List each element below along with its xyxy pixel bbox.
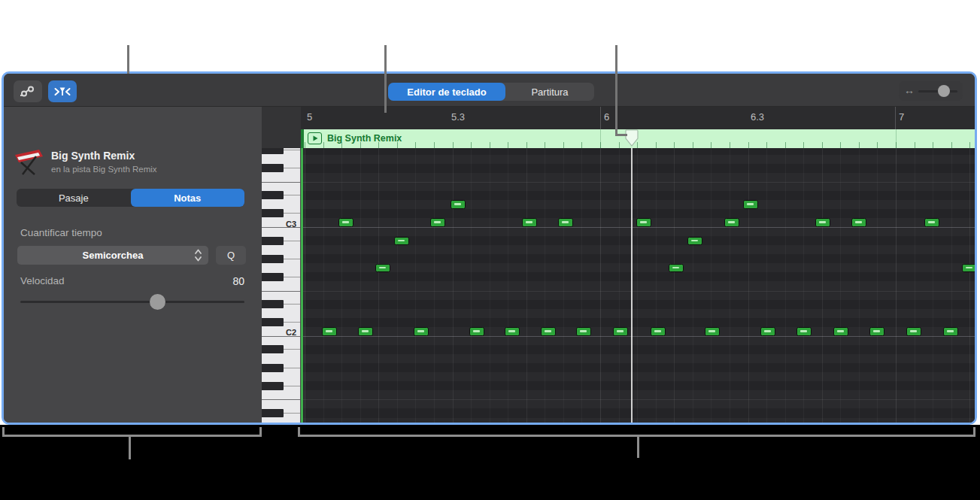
midi-note-velocity-stripe [708, 330, 715, 332]
midi-note[interactable] [430, 218, 445, 227]
midi-note[interactable] [338, 218, 353, 227]
piano-keyboard: C3C2 [262, 148, 301, 423]
callout-bracket-end [298, 427, 300, 437]
tab-partitura[interactable]: Partitura [505, 83, 594, 101]
midi-note[interactable] [375, 264, 390, 273]
ruler-label: 6.3 [751, 111, 764, 123]
midi-note-velocity-stripe [640, 221, 647, 223]
playhead-line[interactable] [631, 148, 633, 423]
midi-note[interactable] [322, 327, 337, 336]
piano-key-black[interactable] [262, 209, 284, 217]
piano-key-black[interactable] [262, 409, 284, 417]
grid-line [453, 148, 454, 423]
playhead-handle[interactable] [624, 129, 639, 148]
region-tick [581, 142, 582, 148]
ruler[interactable]: 55.366.37 [301, 107, 975, 129]
region-tick [323, 142, 324, 148]
quantize-apply-button[interactable]: Q [216, 246, 246, 265]
tab-notas[interactable]: Notas [131, 189, 245, 207]
region-play-button[interactable] [308, 132, 322, 144]
midi-note-velocity-stripe [434, 221, 441, 223]
grid-line [581, 148, 582, 423]
chevron-up-down-icon [194, 248, 202, 262]
piano-key-divider [284, 349, 301, 350]
region-tick [360, 142, 361, 148]
midi-note[interactable] [724, 218, 739, 227]
region-bar-line [600, 129, 601, 148]
midi-note[interactable] [687, 237, 702, 246]
midi-note-velocity-stripe [473, 330, 480, 332]
midi-note[interactable] [394, 237, 409, 246]
region-tick [490, 142, 490, 148]
piano-key-black[interactable] [262, 148, 284, 154]
grid-line [545, 148, 545, 423]
piano-key-divider [284, 277, 301, 277]
callout-bracket-stem [637, 437, 639, 458]
piano-key-black[interactable] [262, 318, 284, 326]
piano-key-black[interactable] [262, 164, 284, 172]
grid-line [305, 148, 305, 423]
region-tick [453, 142, 454, 148]
midi-note[interactable] [505, 327, 520, 336]
grid-line [563, 148, 564, 423]
note-grid[interactable] [301, 148, 975, 423]
midi-note[interactable] [451, 200, 466, 209]
velocity-slider-knob[interactable] [150, 294, 165, 310]
midi-note[interactable] [469, 327, 484, 336]
midi-note[interactable] [924, 218, 939, 227]
grid-line [969, 148, 970, 423]
midi-note[interactable] [815, 218, 830, 227]
midi-note[interactable] [962, 264, 975, 273]
grid-line [600, 148, 601, 423]
midi-note[interactable] [522, 218, 537, 227]
grid-line [915, 148, 915, 423]
midi-note[interactable] [651, 327, 666, 336]
piano-key-black[interactable] [262, 364, 284, 372]
midi-note[interactable] [558, 218, 573, 227]
quantize-dropdown[interactable]: Semicorchea [17, 246, 208, 265]
midi-note[interactable] [943, 327, 958, 336]
zoom-slider-knob[interactable] [938, 85, 950, 97]
midi-note[interactable] [669, 264, 684, 273]
editor-mode-tabs: Editor de teclado Partitura [388, 83, 594, 101]
region-tick [877, 142, 878, 148]
region-tick [693, 142, 693, 148]
midi-note[interactable] [358, 327, 373, 336]
midi-note[interactable] [833, 327, 848, 336]
piano-key-divider [284, 168, 301, 168]
midi-note[interactable] [906, 327, 921, 336]
piano-key-black[interactable] [262, 237, 284, 245]
midi-note[interactable] [414, 327, 429, 336]
midi-note[interactable] [613, 327, 628, 336]
midi-note[interactable] [796, 327, 812, 336]
piano-key-black[interactable] [262, 191, 284, 199]
midi-note-velocity-stripe [342, 221, 349, 223]
midi-note-velocity-stripe [398, 240, 405, 242]
midi-note[interactable] [705, 327, 720, 336]
piano-key-black[interactable] [262, 300, 284, 308]
midi-note[interactable] [851, 218, 866, 227]
callout-connector-playhead [615, 134, 627, 136]
midi-note[interactable] [636, 218, 651, 227]
midi-note[interactable] [760, 327, 775, 336]
grid-line [360, 148, 361, 423]
midi-note[interactable] [541, 327, 556, 336]
region-tick [951, 142, 952, 148]
catch-playhead-button[interactable] [48, 80, 77, 102]
piano-key-black[interactable] [262, 255, 284, 263]
piano-key-black[interactable] [262, 345, 284, 353]
piano-key-divider [284, 413, 301, 414]
tab-pasaje[interactable]: Pasaje [17, 189, 131, 207]
midi-note[interactable] [743, 200, 758, 209]
piano-key-black[interactable] [262, 273, 284, 281]
automation-button[interactable] [14, 80, 42, 102]
velocity-value: 80 [232, 275, 244, 287]
region-header[interactable]: Big Synth Remix [301, 129, 975, 148]
midi-note[interactable] [869, 327, 884, 336]
tab-editor-de-teclado[interactable]: Editor de teclado [388, 83, 505, 101]
piano-key-black[interactable] [262, 382, 284, 390]
velocity-slider-track[interactable] [20, 301, 244, 303]
region-tick [730, 142, 730, 148]
midi-note[interactable] [576, 327, 591, 336]
piano-key-divider [284, 386, 301, 386]
